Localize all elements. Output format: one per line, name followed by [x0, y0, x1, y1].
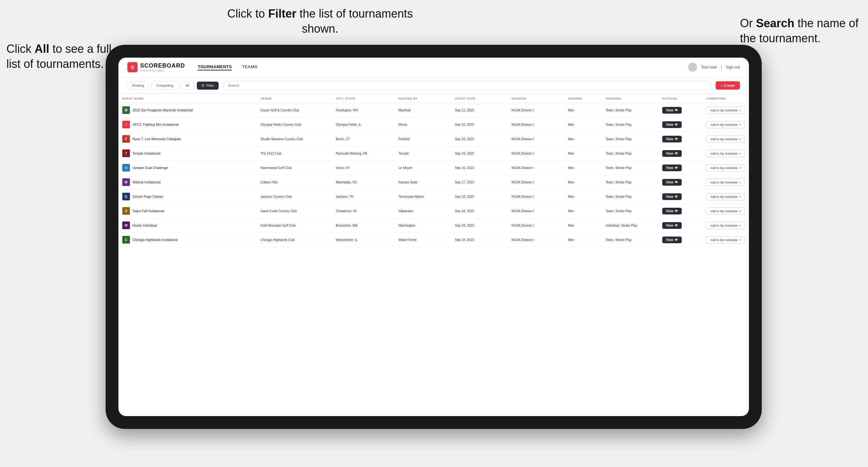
- annotation-left: Click All to see a full list of tourname…: [6, 41, 115, 72]
- actions-cell-7: View 👁: [658, 204, 702, 218]
- actions-cell-9: View 👁: [658, 233, 702, 247]
- view-button-7[interactable]: View 👁: [662, 208, 682, 214]
- gender-cell-4: Men: [564, 161, 602, 175]
- view-button-5[interactable]: View 👁: [662, 179, 682, 186]
- division-cell-2: NCAA Division I: [507, 132, 564, 146]
- table-row: I OFCC Fighting Illini Invitational Olym…: [118, 118, 749, 132]
- tablet-frame: S SCOREBOARD Powered by clippd TOURNAMEN…: [105, 45, 762, 429]
- plus-icon-8: +: [739, 224, 741, 227]
- event-name-cell-4: U Upstate Dual Challenge: [118, 161, 257, 175]
- division-cell-8: NCAA Division I: [507, 218, 564, 233]
- signout-link[interactable]: Sign out: [726, 65, 740, 69]
- actions-cell-6: View 👁: [658, 189, 702, 204]
- team-logo-1: I: [122, 121, 130, 128]
- gender-cell-6: Men: [564, 189, 602, 204]
- add-schedule-button-3[interactable]: Add to My Schedule +: [706, 150, 745, 157]
- team-logo-2: F: [122, 135, 130, 143]
- tablet-screen: S SCOREBOARD Powered by clippd TOURNAMEN…: [118, 58, 749, 416]
- separator: |: [721, 65, 722, 69]
- view-button-9[interactable]: View 👁: [662, 237, 682, 243]
- actions-cell-5: View 👁: [658, 175, 702, 189]
- plus-icon-7: +: [739, 209, 741, 213]
- start-cell-9: Sep 18, 2023: [451, 233, 508, 247]
- city-cell-8: Bremerton, WA: [332, 218, 395, 233]
- add-schedule-label-1: Add to My Schedule: [710, 123, 737, 126]
- create-button[interactable]: + Create: [716, 81, 740, 90]
- venue-cell-0: Guyan Golf & Country Club: [257, 103, 332, 118]
- eye-icon-3: 👁: [675, 152, 678, 155]
- eye-icon-7: 👁: [675, 209, 678, 213]
- add-schedule-button-2[interactable]: Add to My Schedule +: [706, 135, 745, 143]
- add-schedule-button-5[interactable]: Add to My Schedule +: [706, 179, 745, 186]
- search-input[interactable]: [224, 81, 711, 90]
- table-row: U Upstate Dual Challenge Ravenwood Golf …: [118, 161, 749, 175]
- division-cell-9: NCAA Division I: [507, 233, 564, 247]
- view-button-8[interactable]: View 👁: [662, 222, 682, 229]
- team-logo-9: C: [122, 236, 130, 244]
- col-header-actions: ACTIONS: [658, 94, 702, 103]
- event-name-7: Valpo Fall Invitational: [132, 209, 164, 213]
- view-button-2[interactable]: View 👁: [662, 136, 682, 143]
- plus-icon-9: +: [739, 238, 741, 242]
- add-schedule-button-9[interactable]: Add to My Schedule +: [706, 236, 745, 244]
- add-schedule-label-2: Add to My Schedule: [710, 137, 737, 141]
- division-cell-1: NCAA Division I: [507, 118, 564, 132]
- table-body: M 2023 Joe Feaganes Marshall Invitationa…: [118, 103, 749, 247]
- nav-tab-tournaments[interactable]: TOURNAMENTS: [198, 64, 232, 70]
- table-row: T Temple Invitational The 1912 Club Plym…: [118, 146, 749, 161]
- add-schedule-button-1[interactable]: Add to My Schedule +: [706, 121, 745, 128]
- hosted-cell-7: Valparaiso: [395, 204, 451, 218]
- nav-tab-teams[interactable]: TEAMS: [242, 64, 257, 70]
- venue-cell-9: Chicago Highlands Club: [257, 233, 332, 247]
- actions-cell-3: View 👁: [658, 146, 702, 161]
- view-button-4[interactable]: View 👁: [662, 164, 682, 171]
- hosting-button[interactable]: Hosting: [127, 81, 149, 90]
- competing-cell-2: Add to My Schedule +: [702, 132, 749, 146]
- view-button-0[interactable]: View 👁: [662, 107, 682, 114]
- view-label-2: View: [666, 137, 673, 141]
- city-cell-3: Plymouth Meeting, PA: [332, 146, 395, 161]
- filter-button[interactable]: ☰ Filter: [197, 82, 219, 90]
- scoring-cell-8: Individual, Stroke Play: [602, 218, 658, 233]
- venue-cell-2: Shuttle Meadow Country Club: [257, 132, 332, 146]
- competing-button[interactable]: Competing: [151, 81, 178, 90]
- event-name-3: Temple Invitational: [132, 151, 160, 155]
- gender-cell-1: Men: [564, 118, 602, 132]
- col-header-hosted: HOSTED BY: [395, 94, 451, 103]
- add-schedule-button-6[interactable]: Add to My Schedule +: [706, 193, 745, 200]
- view-button-1[interactable]: View 👁: [662, 121, 682, 128]
- add-schedule-label-4: Add to My Schedule: [710, 166, 737, 169]
- view-label-5: View: [666, 181, 673, 184]
- view-label-9: View: [666, 238, 673, 242]
- event-name-0: 2023 Joe Feaganes Marshall Invitational: [132, 108, 193, 112]
- division-cell-0: NCAA Division I: [507, 103, 564, 118]
- division-cell-3: NCAA Division I: [507, 146, 564, 161]
- add-schedule-button-4[interactable]: Add to My Schedule +: [706, 164, 745, 172]
- gender-cell-2: Men: [564, 132, 602, 146]
- all-button[interactable]: All: [181, 81, 194, 90]
- table-row: M 2023 Joe Feaganes Marshall Invitationa…: [118, 103, 749, 118]
- division-cell-5: NCAA Division I: [507, 175, 564, 189]
- plus-icon-0: +: [739, 108, 741, 112]
- eye-icon-6: 👁: [675, 195, 678, 198]
- nav-tabs: TOURNAMENTS TEAMS: [198, 64, 688, 70]
- add-schedule-button-0[interactable]: Add to My Schedule +: [706, 106, 745, 114]
- team-logo-8: W: [122, 221, 130, 229]
- team-logo-0: M: [122, 106, 130, 114]
- event-name-cell-3: T Temple Invitational: [118, 146, 257, 161]
- app-header: S SCOREBOARD Powered by clippd TOURNAMEN…: [118, 58, 749, 77]
- plus-icon-6: +: [739, 195, 741, 198]
- add-schedule-button-7[interactable]: Add to My Schedule +: [706, 208, 745, 215]
- add-schedule-button-8[interactable]: Add to My Schedule +: [706, 222, 745, 229]
- eye-icon-2: 👁: [675, 137, 678, 141]
- competing-cell-5: Add to My Schedule +: [702, 175, 749, 189]
- event-name-9: Chicago Highlands Invitational: [132, 238, 178, 242]
- venue-cell-3: The 1912 Club: [257, 146, 332, 161]
- city-cell-2: Berlin, CT: [332, 132, 395, 146]
- view-button-6[interactable]: View 👁: [662, 193, 682, 200]
- plus-icon-5: +: [739, 181, 741, 184]
- scoring-cell-1: Team, Stroke Play: [602, 118, 658, 132]
- eye-icon-5: 👁: [675, 181, 678, 184]
- view-button-3[interactable]: View 👁: [662, 150, 682, 157]
- view-label-3: View: [666, 152, 673, 155]
